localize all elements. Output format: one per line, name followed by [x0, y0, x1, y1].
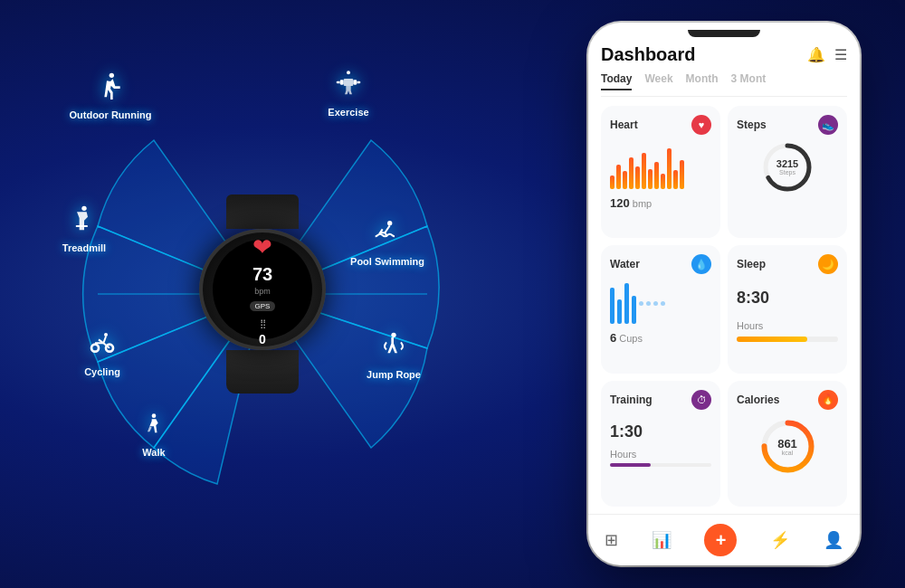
nav-dumbbell-icon[interactable]: ⚡	[770, 530, 790, 550]
activity-outdoor-running[interactable]: Outdoor Running	[65, 71, 156, 120]
heart-bar-2	[616, 165, 621, 190]
training-label: Training	[610, 394, 653, 406]
exercise-icon	[334, 68, 363, 103]
water-card-header: Water 💧	[610, 254, 711, 274]
training-progress-bar	[610, 463, 711, 467]
watch-steps-display: 0	[259, 332, 266, 346]
steps-unit: Steps	[776, 169, 798, 175]
tab-today[interactable]: Today	[601, 72, 632, 90]
exercise-label: Exercise	[328, 107, 368, 118]
training-badge: ⏱	[691, 390, 711, 410]
heart-bar-7	[648, 169, 653, 190]
tab-week[interactable]: Week	[644, 72, 672, 90]
nav-chart-icon[interactable]: 📊	[652, 530, 672, 550]
heart-value: 120 bmp	[610, 196, 711, 210]
svg-rect-13	[353, 80, 357, 84]
steps-circle: 3215 Steps	[760, 140, 814, 194]
menu-icon[interactable]: ☰	[834, 46, 847, 63]
tab-month[interactable]: Month	[686, 72, 719, 90]
heart-label: Heart	[610, 119, 638, 131]
water-dot-2	[646, 301, 651, 306]
heart-card: Heart ♥	[601, 106, 720, 238]
calories-card-header: Calories 🔥	[737, 390, 838, 410]
notification-icon[interactable]: 🔔	[807, 46, 825, 63]
activity-walk[interactable]: Walk	[118, 412, 190, 458]
svg-point-16	[391, 333, 395, 337]
phone-section: Dashboard 🔔 ☰ Today Week Month 3 Mont He…	[570, 14, 905, 574]
svg-point-2	[110, 73, 114, 78]
heart-bar-12	[680, 160, 684, 190]
steps-badge: 👟	[818, 115, 838, 135]
water-value: 6 Cups	[610, 331, 711, 345]
watch-strap-top	[226, 194, 299, 229]
svg-point-3	[81, 206, 86, 211]
svg-point-15	[387, 221, 392, 225]
training-value-container: 1:30	[610, 422, 711, 441]
treadmill-icon	[70, 204, 99, 239]
smartwatch: ❤ 73 bpm GPS ⣿ 0	[181, 194, 344, 394]
svg-rect-12	[340, 80, 344, 84]
svg-point-7	[104, 333, 108, 337]
tab-3month[interactable]: 3 Mont	[731, 72, 767, 90]
activity-exercise[interactable]: Exercise	[308, 68, 389, 118]
svg-point-5	[91, 345, 99, 352]
water-bar-1	[610, 288, 614, 325]
phone-content: Dashboard 🔔 ☰ Today Week Month 3 Mont He…	[588, 37, 860, 514]
training-card: Training ⏱ 1:30 Hours	[601, 381, 720, 507]
watch-screen: ❤ 73 bpm GPS ⣿ 0	[213, 240, 312, 339]
water-chart	[610, 283, 711, 324]
jump-rope-label: Jump Rope	[367, 369, 421, 380]
heart-chart	[610, 144, 711, 189]
watch-gps-badge: GPS	[250, 301, 276, 311]
calories-unit: kcal	[777, 450, 797, 456]
nav-add-button[interactable]: +	[704, 524, 737, 556]
water-bar-4	[632, 296, 636, 325]
activity-cycling[interactable]: Cycling	[62, 327, 143, 377]
svg-rect-10	[337, 81, 340, 84]
heart-bar-1	[610, 175, 614, 189]
tab-bar: Today Week Month 3 Mont	[601, 72, 847, 97]
sleep-bar-bg	[737, 337, 838, 342]
svg-rect-4	[76, 225, 88, 227]
water-dot-1	[639, 301, 643, 306]
water-dot-3	[653, 301, 658, 306]
dashboard-header: Dashboard 🔔 ☰	[601, 44, 847, 65]
cycling-icon	[88, 327, 117, 363]
water-bar-3	[624, 283, 629, 324]
sleep-unit-label: Hours	[737, 320, 838, 331]
svg-point-9	[347, 71, 350, 74]
calories-label: Calories	[737, 394, 779, 406]
water-dot-4	[661, 301, 665, 306]
watch-steps-icon: ⣿	[260, 318, 266, 328]
sleep-value-container: 8:30	[737, 289, 838, 308]
heart-bar-6	[642, 153, 646, 189]
water-label: Water	[610, 258, 640, 270]
nav-person-icon[interactable]: 👤	[824, 530, 843, 550]
calories-card: Calories 🔥	[728, 381, 847, 507]
activity-treadmill[interactable]: Treadmill	[43, 204, 125, 253]
watch-strap-bottom	[226, 350, 299, 394]
nav-grid-icon[interactable]: ⊞	[605, 530, 618, 550]
pool-swimming-label: Pool Swimming	[350, 256, 424, 267]
walk-icon	[141, 412, 167, 443]
steps-card: Steps 👟 3215 Steps	[728, 106, 847, 238]
heart-card-header: Heart ♥	[610, 115, 711, 135]
activity-jump-rope[interactable]: Jump Rope	[353, 330, 434, 380]
jump-rope-icon	[379, 330, 408, 365]
heart-bar-5	[635, 166, 640, 189]
heart-unit: bmp	[633, 198, 652, 209]
calories-circle-text: 861 kcal	[777, 438, 797, 456]
cycling-label: Cycling	[84, 366, 120, 377]
outdoor-running-icon	[96, 71, 125, 106]
heart-bar-4	[629, 157, 634, 189]
treadmill-label: Treadmill	[62, 242, 106, 253]
pool-swimming-icon	[373, 217, 402, 252]
steps-label: Steps	[737, 119, 767, 131]
heart-bar-9	[661, 174, 665, 190]
heart-number: 120	[610, 196, 630, 210]
heart-bar-3	[623, 171, 627, 189]
watch-bpm-label: bpm	[254, 287, 271, 296]
activity-pool-swimming[interactable]: Pool Swimming	[342, 217, 433, 267]
water-bar-2	[617, 299, 622, 324]
phone-notch	[688, 30, 760, 37]
